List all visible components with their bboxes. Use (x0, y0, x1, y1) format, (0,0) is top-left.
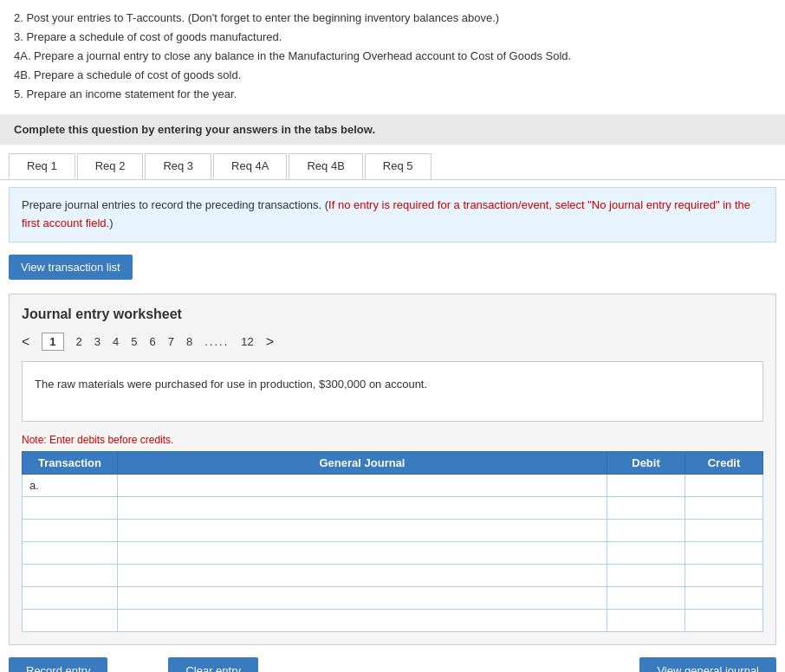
credit-input[interactable] (689, 497, 759, 519)
debit-input[interactable] (611, 520, 681, 541)
credit-input[interactable] (689, 587, 759, 609)
transaction-cell (23, 565, 118, 587)
general-journal-cell[interactable] (118, 542, 607, 565)
prev-arrow[interactable]: < (22, 334, 29, 350)
page-2[interactable]: 2 (76, 335, 82, 348)
page-12[interactable]: 12 (241, 335, 253, 348)
table-row (23, 610, 763, 632)
col-transaction: Transaction (23, 452, 118, 475)
credit-input[interactable] (689, 542, 759, 564)
debit-input[interactable] (611, 542, 681, 564)
credit-cell[interactable] (685, 497, 763, 520)
top-instructions: 2. Post your entries to T-accounts. (Don… (0, 0, 785, 114)
instructions-text-before: Prepare journal entries to record the pr… (22, 198, 328, 211)
credit-cell[interactable] (685, 565, 763, 587)
debit-cell[interactable] (607, 497, 685, 520)
record-entry-button[interactable]: Record entry (9, 657, 107, 672)
general-journal-input[interactable] (121, 587, 603, 609)
table-row (23, 497, 763, 520)
col-general-journal: General Journal (118, 452, 607, 475)
debit-cell[interactable] (607, 475, 685, 497)
bottom-buttons: Record entry Clear entry View general jo… (9, 657, 776, 672)
general-journal-input[interactable] (121, 542, 603, 564)
instruction-line1: 2. Post your entries to T-accounts. (Don… (14, 9, 771, 28)
debit-input[interactable] (611, 565, 681, 586)
col-credit: Credit (685, 452, 763, 475)
debit-cell[interactable] (607, 542, 685, 565)
tab-req3[interactable]: Req 3 (145, 153, 211, 179)
credit-cell[interactable] (685, 520, 763, 542)
tab-req5[interactable]: Req 5 (365, 153, 431, 179)
general-journal-cell[interactable] (118, 497, 607, 520)
pagination: < 1 2 3 4 5 6 7 8 ..... 12 > (22, 333, 763, 351)
note-text: Note: Enter debits before credits. (22, 434, 763, 446)
general-journal-cell[interactable] (118, 565, 607, 587)
table-row (23, 565, 763, 587)
page-4[interactable]: 4 (113, 335, 119, 348)
general-journal-cell[interactable] (118, 610, 607, 632)
tab-req4a[interactable]: Req 4A (213, 153, 287, 179)
table-row (23, 520, 763, 542)
debit-input[interactable] (611, 610, 681, 631)
complete-question-box: Complete this question by entering your … (0, 114, 785, 145)
complete-question-text: Complete this question by entering your … (14, 123, 375, 136)
view-general-journal-button[interactable]: View general journal (639, 657, 776, 672)
table-row (23, 542, 763, 565)
page-8[interactable]: 8 (186, 335, 192, 348)
instruction-line2: 3. Prepare a schedule of cost of goods m… (14, 28, 771, 47)
page-3[interactable]: 3 (94, 335, 101, 348)
transaction-cell (23, 520, 118, 542)
credit-input[interactable] (689, 610, 759, 631)
general-journal-input[interactable] (121, 610, 603, 631)
instruction-line5: 5. Prepare an income statement for the y… (14, 85, 771, 104)
table-row (23, 587, 763, 610)
transaction-description: The raw materials were purchased for use… (22, 361, 763, 422)
tab-req4b[interactable]: Req 4B (289, 153, 362, 179)
debit-input[interactable] (611, 497, 681, 519)
page-7[interactable]: 7 (168, 335, 174, 348)
page-6[interactable]: 6 (150, 335, 156, 348)
credit-input[interactable] (689, 565, 759, 586)
general-journal-cell[interactable] (118, 520, 607, 542)
page-dots: ..... (204, 335, 229, 348)
debit-cell[interactable] (607, 565, 685, 587)
general-journal-cell[interactable] (118, 475, 607, 497)
general-journal-cell[interactable] (118, 587, 607, 610)
worksheet-title: Journal entry worksheet (22, 307, 763, 322)
debit-cell[interactable] (607, 610, 685, 632)
col-debit: Debit (607, 452, 685, 475)
journal-table: Transaction General Journal Debit Credit… (22, 451, 763, 632)
tab-req2[interactable]: Req 2 (77, 153, 144, 179)
transaction-cell (23, 587, 118, 610)
transaction-cell (23, 542, 118, 565)
general-journal-input[interactable] (121, 565, 603, 586)
next-arrow[interactable]: > (266, 334, 274, 350)
transaction-cell (23, 610, 118, 632)
credit-input[interactable] (689, 475, 759, 496)
credit-cell[interactable] (685, 542, 763, 565)
table-row: a. (23, 475, 763, 497)
page-5[interactable]: 5 (131, 335, 137, 348)
instruction-line4: 4B. Prepare a schedule of cost of goods … (14, 66, 771, 85)
current-page[interactable]: 1 (42, 333, 63, 351)
tab-req1[interactable]: Req 1 (9, 153, 75, 179)
general-journal-input[interactable] (121, 520, 603, 541)
credit-cell[interactable] (685, 610, 763, 632)
journal-entry-worksheet: Journal entry worksheet < 1 2 3 4 5 6 7 … (9, 294, 776, 645)
instruction-line3: 4A. Prepare a journal entry to close any… (14, 47, 771, 66)
view-transaction-button[interactable]: View transaction list (9, 255, 133, 280)
clear-entry-button[interactable]: Clear entry (168, 657, 258, 672)
debit-input[interactable] (611, 587, 681, 609)
instructions-text-after: ) (109, 216, 113, 229)
credit-cell[interactable] (685, 587, 763, 610)
req1-instructions: Prepare journal entries to record the pr… (9, 187, 776, 242)
debit-input[interactable] (611, 475, 681, 496)
general-journal-input[interactable] (121, 497, 603, 519)
transaction-cell: a. (23, 475, 118, 497)
debit-cell[interactable] (607, 520, 685, 542)
transaction-cell (23, 497, 118, 520)
credit-input[interactable] (689, 520, 759, 541)
debit-cell[interactable] (607, 587, 685, 610)
credit-cell[interactable] (685, 475, 763, 497)
general-journal-input[interactable] (121, 475, 603, 496)
